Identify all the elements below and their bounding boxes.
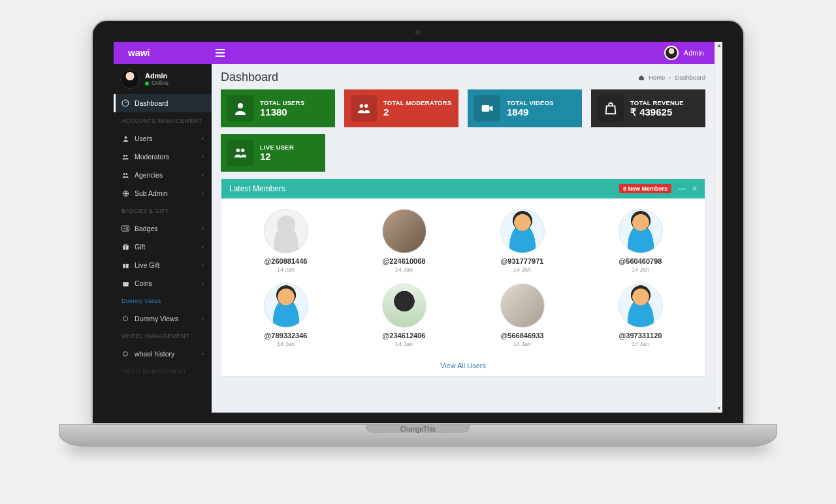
member-date: 14 Jan [395,266,413,273]
card-label: TOTAL USERS [260,99,304,106]
id-card-icon [121,225,129,232]
svg-point-2 [123,155,125,157]
svg-rect-20 [122,282,128,283]
chevron-left-icon: ‹ [202,225,204,232]
sidebar-item-dashboard[interactable]: Dashboard [114,94,212,112]
sidebar-item-gift[interactable]: Gift ‹ [114,238,212,256]
sidebar-item-wheelhistory[interactable]: wheel history ‹ [114,345,212,363]
member-handle: @566846933 [501,332,544,339]
member-date: 14 Jan [277,341,295,347]
avatar-icon [382,283,426,328]
card-value: 2 [383,106,451,118]
sidebar-item-users[interactable]: Users ‹ [114,129,212,148]
svg-point-3 [125,155,127,157]
top-user-menu[interactable]: Admin [664,46,715,60]
card-live-user[interactable]: LIVE USER 12 [221,134,325,172]
sidebar-item-coins[interactable]: Coins ‹ [114,274,212,292]
globe-icon [121,190,129,197]
sidebar-item-label: Agencies [135,171,163,179]
scrollbar[interactable]: ▲ ▼ [715,42,722,413]
menu-toggle-icon[interactable] [216,49,231,57]
member-item[interactable]: @78933234614 Jan [227,278,345,353]
sidebar-item-label: Badges [135,225,158,232]
box-title: Latest Members [229,184,285,193]
sidebar-header-badges: BADGES & GIFT [114,202,212,219]
breadcrumb-home[interactable]: Home [649,74,665,81]
sidebar-header-accounts: ACCOUNTS MANAGEMENT [114,112,212,129]
sidebar-item-moderators[interactable]: Moderators ‹ [114,148,212,166]
member-date: 14 Jan [632,266,649,273]
gift-icon [121,262,129,269]
avatar-icon [120,69,140,89]
card-label: LIVE USER [260,144,294,151]
brand-logo[interactable]: wawi [114,48,212,58]
svg-point-1 [124,136,127,138]
users-icon [121,153,129,161]
svg-point-23 [238,103,243,108]
card-value: 12 [260,151,294,162]
avatar-icon [500,283,545,328]
chevron-left-icon: ‹ [202,172,204,178]
laptop-mockup: ▲ ▼ wawi Admin [91,20,745,464]
svg-rect-10 [126,229,129,230]
member-item[interactable]: @56046079814 Jan [581,204,699,278]
card-total-videos[interactable]: TOTAL VIDEOS 1849 [468,89,582,127]
member-handle: @224610068 [383,257,426,265]
breadcrumb: Home › Dashboard [638,74,705,81]
video-icon [474,95,500,121]
sidebar-user-panel[interactable]: Admin Online [114,64,212,94]
member-handle: @789332346 [265,332,308,339]
member-date: 14 Jan [513,266,531,273]
home-icon [638,74,645,81]
member-date: 14 Jan [395,341,413,347]
member-handle: @234612406 [383,332,426,339]
sidebar-item-label: Sub Admin [135,189,168,197]
chevron-left-icon: ‹ [202,135,204,142]
new-members-badge: 8 New Members [619,184,671,193]
card-total-moderators[interactable]: TOTAL MODERATORS 2 [344,89,458,127]
svg-rect-7 [122,226,129,231]
main-content: Dashboard Home › Dashboard [212,64,715,413]
member-date: 14 Jan [632,341,649,347]
chevron-left-icon: ‹ [202,153,204,160]
sidebar-item-agencies[interactable]: Agencies ‹ [114,166,212,184]
circle-icon [121,315,129,322]
sidebar-item-livegift[interactable]: Live Gift ‹ [114,256,212,274]
scroll-down-icon[interactable]: ▼ [716,405,722,412]
scroll-up-icon[interactable]: ▲ [716,42,722,49]
minimize-icon[interactable]: — [678,184,686,193]
member-item[interactable]: @39733112014 Jan [581,278,699,353]
avatar-icon [500,209,545,253]
users-icon [351,95,377,121]
users-icon [121,172,129,179]
gift-icon [121,244,129,251]
card-total-users[interactable]: TOTAL USERS 11380 [221,89,335,127]
view-all-users-link[interactable]: View All Users [221,358,705,376]
close-icon[interactable]: × [692,184,697,193]
card-total-revenue[interactable]: TOTAL REVENUE ₹ 439625 [591,89,705,127]
laptop-bezel: ▲ ▼ wawi Admin [91,20,745,424]
sidebar-item-label: Dashboard [135,99,168,107]
sidebar-item-label: Moderators [135,153,169,161]
members-grid: @26088144614 Jan@22461006814 Jan@9317779… [221,198,705,358]
svg-point-27 [236,149,240,153]
member-item[interactable]: @23461240614 Jan [345,278,463,353]
avatar-icon [382,209,426,253]
user-icon [121,135,129,142]
top-user-label: Admin [684,49,704,57]
member-item[interactable]: @56684693314 Jan [463,278,581,353]
svg-point-24 [360,104,364,108]
sidebar-item-subadmin[interactable]: Sub Admin ‹ [114,184,212,202]
top-bar: wawi Admin [114,42,715,64]
member-item[interactable]: @22461006814 Jan [345,204,463,278]
sidebar-header-video: VIDEO MANAGEMENT [114,363,212,380]
sidebar-item-dummyviews[interactable]: Dummy Views ‹ [114,309,212,328]
circle-icon [121,351,129,357]
member-item[interactable]: @26088144614 Jan [227,204,345,278]
sidebar-item-label: wheel history [135,350,174,358]
sidebar-user-name: Admin [145,72,169,80]
svg-point-14 [124,244,125,245]
member-item[interactable]: @93177797114 Jan [463,204,581,278]
sidebar-item-badges[interactable]: Badges ‹ [114,219,212,238]
chevron-left-icon: ‹ [202,244,204,250]
